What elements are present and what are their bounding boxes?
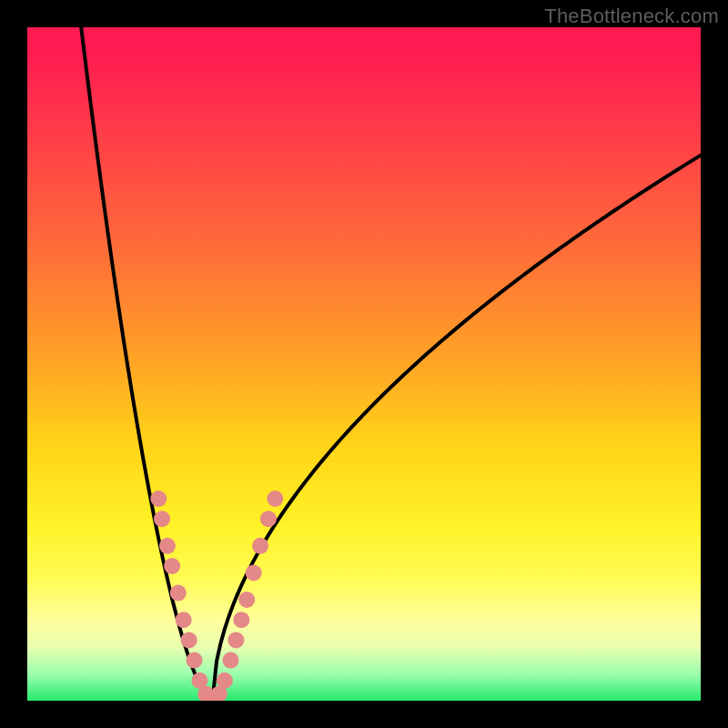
data-dot xyxy=(228,632,244,648)
data-dot xyxy=(267,490,283,507)
data-dot xyxy=(187,652,203,669)
plot-area xyxy=(27,27,701,701)
data-dot xyxy=(217,672,233,689)
data-dot xyxy=(181,632,197,648)
data-dot xyxy=(176,612,192,628)
data-dot xyxy=(150,490,167,507)
data-dot xyxy=(222,652,238,669)
data-dot xyxy=(170,585,187,602)
data-dot xyxy=(233,612,249,628)
data-dot xyxy=(260,511,277,527)
data-dot xyxy=(159,538,176,554)
data-dot xyxy=(238,592,255,608)
bottleneck-curve xyxy=(27,27,701,701)
attribution-watermark: TheBottleneck.com xyxy=(544,5,719,28)
data-dot xyxy=(164,558,180,574)
data-dot xyxy=(246,564,262,581)
chart-frame: TheBottleneck.com xyxy=(0,0,728,728)
data-dot xyxy=(154,511,170,527)
data-dot xyxy=(252,538,268,554)
